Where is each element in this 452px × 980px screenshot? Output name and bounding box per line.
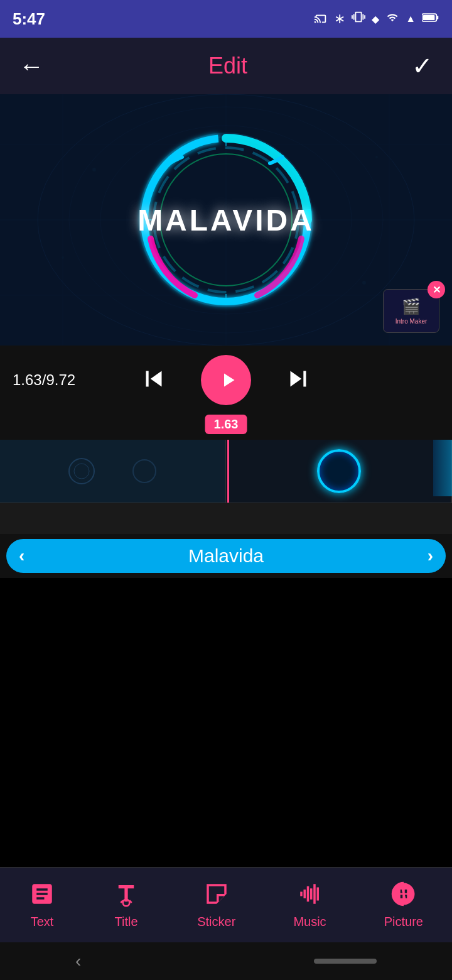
svg-point-13 <box>362 281 366 285</box>
back-button[interactable]: ← <box>19 52 44 80</box>
svg-point-25 <box>74 464 89 479</box>
home-indicator[interactable] <box>314 959 377 964</box>
bluetooth-icon: ∗ <box>334 11 345 27</box>
pill-left-arrow[interactable]: ‹ <box>19 546 24 566</box>
text-icon <box>29 881 55 911</box>
scrubber-line-overlay <box>227 440 229 503</box>
time-display: 1.63/9.72 <box>13 371 75 389</box>
pill-right-arrow[interactable]: › <box>428 546 433 566</box>
music-label: Music <box>293 915 326 929</box>
preview-area: MALAVIDA ✕ 🎬 Intro Maker <box>0 94 452 346</box>
next-button[interactable] <box>282 363 314 397</box>
scrubber-label: 1.63 <box>205 415 247 434</box>
play-button[interactable] <box>201 355 251 405</box>
confirm-button[interactable]: ✓ <box>412 52 433 80</box>
picture-label: Picture <box>384 915 423 929</box>
sticker-label: Sticker <box>197 915 235 929</box>
malavida-pill[interactable]: ‹ Malavida › <box>6 539 446 573</box>
video-frame-left <box>0 440 226 503</box>
vibrate-icon <box>352 10 365 28</box>
toolbar-music[interactable]: Music <box>293 881 326 929</box>
page-title: Edit <box>208 53 247 79</box>
svg-point-12 <box>92 168 96 172</box>
watermark-close[interactable]: ✕ <box>428 281 445 298</box>
wifi-icon <box>385 12 399 26</box>
signal-bars-icon: ▲ <box>406 13 416 24</box>
player-controls: 1.63/9.72 <box>0 346 452 415</box>
watermark: ✕ 🎬 Intro Maker <box>383 289 439 333</box>
malavida-strip: ‹ Malavida › <box>0 534 452 578</box>
sticker-icon <box>203 881 230 911</box>
prev-button[interactable] <box>138 363 170 397</box>
strip-label: Malavida <box>24 545 427 567</box>
preview-text: MALAVIDA <box>137 203 315 237</box>
cast-icon <box>314 11 328 28</box>
empty-area <box>0 578 452 722</box>
video-frame-right <box>226 440 452 503</box>
svg-point-15 <box>375 156 378 158</box>
audio-strip <box>0 503 452 534</box>
preview-ring: MALAVIDA <box>132 126 320 314</box>
video-strip[interactable] <box>0 440 452 503</box>
text-label: Text <box>31 915 54 929</box>
toolbar-text[interactable]: Text <box>29 881 55 929</box>
frame-circle <box>317 449 361 493</box>
timeline-scrubber[interactable]: 1.63 <box>0 415 452 440</box>
system-back-button[interactable]: ‹ <box>75 951 81 971</box>
bottom-toolbar: Text Title Sticker Music <box>0 867 452 942</box>
signal-icon: ◆ <box>372 13 379 25</box>
svg-point-24 <box>69 459 94 484</box>
watermark-label: Intro Maker <box>396 318 428 325</box>
svg-rect-2 <box>423 14 435 19</box>
watermark-icon: 🎬 <box>402 298 421 315</box>
music-icon <box>297 881 323 911</box>
nav-bar: ← Edit ✓ <box>0 38 452 94</box>
toolbar-picture[interactable]: Picture <box>384 881 423 929</box>
title-icon <box>113 881 139 911</box>
title-label: Title <box>115 915 138 929</box>
status-time: 5:47 <box>13 9 45 29</box>
svg-point-14 <box>62 256 64 259</box>
picture-icon <box>390 881 417 911</box>
battery-icon <box>422 12 439 26</box>
toolbar-title[interactable]: Title <box>113 881 139 929</box>
toolbar-sticker[interactable]: Sticker <box>197 881 235 929</box>
svg-point-26 <box>133 460 156 482</box>
status-icons: ∗ ◆ ▲ <box>314 10 439 28</box>
svg-rect-1 <box>437 16 438 19</box>
bottom-nav: ‹ <box>0 942 452 980</box>
status-bar: 5:47 ∗ ◆ ▲ <box>0 0 452 38</box>
